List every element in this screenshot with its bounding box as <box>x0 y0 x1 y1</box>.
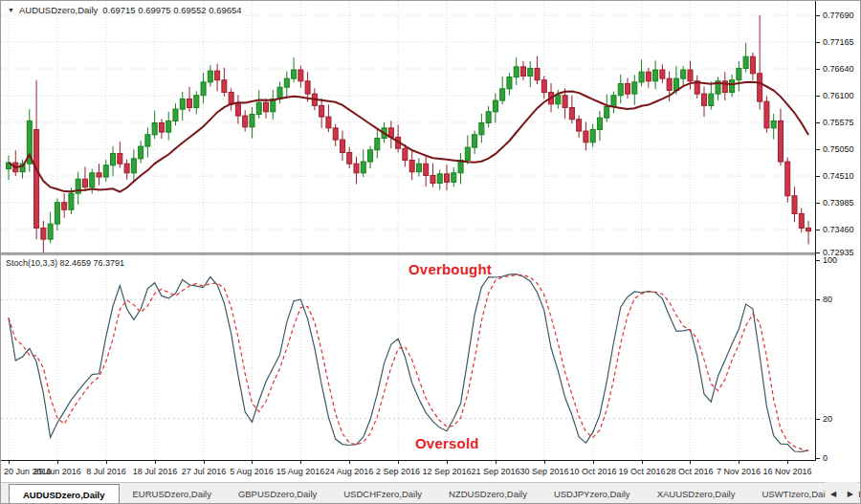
tab-gbpusdzero-daily[interactable]: GBPUSDzero,Daily <box>225 483 330 504</box>
price-axis-label-tick <box>816 69 820 70</box>
tab-xauusdzero-daily[interactable]: XAUUSDzero,Daily <box>644 483 749 504</box>
date-label: 28 Oct 2016 <box>666 467 713 476</box>
stochastic-indicator-label: Stoch(10,3,3) 82.4659 76.3791 <box>6 258 124 268</box>
price-axis-label: 0.73985 <box>823 198 854 208</box>
price-axis-label-tick <box>816 176 820 177</box>
chart-title: ▼ AUDUSDzero,Daily 0.69715 0.69975 0.695… <box>8 5 242 15</box>
date-label: 19 Oct 2016 <box>618 467 665 476</box>
date-label: 30 Sep 2016 <box>519 467 568 476</box>
tab-scroll-left-icon[interactable]: ◀ <box>830 490 836 498</box>
stoch-axis-label: 20 <box>823 414 832 424</box>
date-label: 15 Aug 2016 <box>276 467 325 476</box>
date-label: 2 Sep 2016 <box>376 467 420 476</box>
stoch-axis-label: 100 <box>823 255 837 265</box>
price-axis-label-tick <box>816 42 820 43</box>
date-tick <box>739 461 740 464</box>
date-tick <box>252 461 253 464</box>
price-axis-label: 0.75050 <box>823 144 854 154</box>
date-tick <box>300 461 301 464</box>
tab-usdjpyzero-daily[interactable]: USDJPYzero,Daily <box>541 483 644 504</box>
date-tick <box>9 461 10 464</box>
stochastic-panel[interactable]: Stoch(10,3,3) 82.4659 76.3791 Overbought… <box>1 255 815 461</box>
chart-menu-triangle-icon[interactable]: ▼ <box>8 7 14 13</box>
date-label: 7 Nov 2016 <box>717 467 761 476</box>
oversold-annotation: Oversold <box>415 435 479 451</box>
date-label: 27 Jul 2016 <box>182 467 227 476</box>
date-tick <box>57 461 58 464</box>
tab-usdchfzero-daily[interactable]: USDCHFzero,Daily <box>330 483 435 504</box>
stoch-axis-label-tick <box>816 260 820 261</box>
price-axis-label-tick <box>816 96 820 97</box>
chart-symbol-label: AUDUSDzero,Daily <box>19 5 98 15</box>
price-axis-label: 0.74510 <box>823 171 854 181</box>
date-label: 8 Jul 2016 <box>86 467 126 476</box>
stoch-axis-label-tick <box>816 299 820 300</box>
tab-scroll-right-icon[interactable]: ▶ <box>848 490 853 498</box>
price-axis-label: 0.76640 <box>823 64 854 74</box>
stoch-axis-label-tick <box>816 419 820 420</box>
date-label: 12 Sep 2016 <box>422 467 471 476</box>
date-label: 5 Aug 2016 <box>230 467 274 476</box>
price-axis-label-tick <box>816 252 820 253</box>
date-tick <box>642 461 643 464</box>
stochastic-chart[interactable] <box>1 255 815 460</box>
date-tick <box>690 461 691 464</box>
date-tick <box>496 461 497 464</box>
date-tick <box>544 461 545 464</box>
date-tick <box>398 461 399 464</box>
date-label: 16 Nov 2016 <box>762 467 811 476</box>
date-tick <box>155 461 156 464</box>
main-gridlines <box>1 1 815 252</box>
stoch-axis-label-tick <box>816 458 820 459</box>
date-label: 29 Jun 2016 <box>33 467 81 476</box>
date-label: 18 Jul 2016 <box>133 467 178 476</box>
candlestick-chart-panel[interactable]: ▼ AUDUSDzero,Daily 0.69715 0.69975 0.695… <box>1 1 815 252</box>
chart-ohlc-values: 0.69715 0.69975 0.69552 0.69654 <box>102 5 241 15</box>
stoch-gridlines <box>1 255 815 460</box>
price-axis-label-tick <box>816 15 820 16</box>
price-axis-label: 0.73460 <box>823 225 854 234</box>
date-label: 21 Sep 2016 <box>471 467 519 476</box>
date-tick <box>593 461 594 464</box>
price-axis-label: 0.76100 <box>823 91 854 100</box>
tab-eurusdzero-daily[interactable]: EURUSDzero,Daily <box>120 483 225 504</box>
price-axis-label: 0.77165 <box>823 37 854 47</box>
price-axis-label: 0.77690 <box>823 11 854 20</box>
date-label: 24 Aug 2016 <box>325 467 374 476</box>
price-axis-label-tick <box>816 122 820 123</box>
tab-nzdusdzero-daily[interactable]: NZDUSDzero,Daily <box>435 483 541 504</box>
date-label: 10 Oct 2016 <box>569 467 616 476</box>
stoch-axis-label: 80 <box>823 295 832 304</box>
trading-terminal-window: ▼ AUDUSDzero,Daily 0.69715 0.69975 0.695… <box>0 0 861 504</box>
date-tick <box>447 461 448 464</box>
date-axis[interactable]: 20 Jun 201629 Jun 20168 Jul 201618 Jul 2… <box>1 461 861 482</box>
symbol-tab-bar: AUDUSDzero,DailyEURUSDzero,DailyGBPUSDze… <box>1 482 861 504</box>
overbought-annotation: Overbought <box>408 261 492 277</box>
tab-scroll-arrows: ◀ ▶ <box>826 482 858 504</box>
price-axis[interactable]: 0.776900.771650.766400.761000.755750.750… <box>815 1 861 461</box>
stoch-d-line <box>9 275 808 451</box>
date-tick <box>349 461 350 464</box>
date-tick <box>204 461 205 464</box>
tab-audusdzero-daily[interactable]: AUDUSDzero,Daily <box>9 484 120 504</box>
price-axis-label-tick <box>816 149 820 150</box>
date-tick <box>787 461 788 464</box>
price-axis-label: 0.75575 <box>823 118 854 127</box>
candlestick-chart[interactable] <box>1 1 815 252</box>
price-axis-label-tick <box>816 203 820 204</box>
moving-average-line <box>9 82 808 192</box>
price-axis-label-tick <box>816 230 820 230</box>
date-tick <box>106 461 107 464</box>
